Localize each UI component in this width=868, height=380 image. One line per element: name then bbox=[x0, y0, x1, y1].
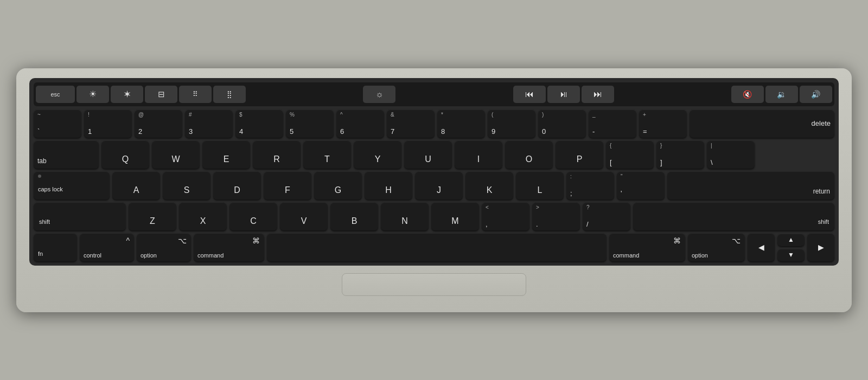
key-j[interactable]: J bbox=[415, 171, 463, 199]
key-period[interactable]: > . bbox=[532, 202, 580, 230]
key-semicolon-top: : bbox=[570, 174, 572, 179]
tb-fast-forward-icon[interactable]: ⏭ bbox=[582, 86, 614, 103]
key-option-right[interactable]: ⌥ option bbox=[688, 233, 745, 261]
key-fn[interactable]: fn bbox=[34, 233, 77, 261]
tb-play-pause-icon[interactable]: ⏯ bbox=[547, 86, 580, 103]
key-g[interactable]: G bbox=[314, 171, 362, 199]
key-control-label: control bbox=[84, 253, 101, 259]
key-minus-top: _ bbox=[592, 112, 596, 118]
key-equals-top: + bbox=[643, 112, 646, 118]
key-arrow-right[interactable]: ▶ bbox=[807, 233, 834, 261]
key-2-main: 2 bbox=[138, 128, 142, 135]
key-2[interactable]: @ 2 bbox=[135, 110, 182, 138]
key-y-label: Y bbox=[358, 155, 398, 164]
tb-keyboard-brightness-icon[interactable]: ⣿ bbox=[213, 86, 246, 103]
key-u[interactable]: U bbox=[404, 140, 452, 169]
key-t[interactable]: T bbox=[303, 140, 351, 169]
key-tab[interactable]: tab bbox=[34, 140, 99, 169]
key-0[interactable]: ) 0 bbox=[538, 110, 586, 138]
key-control[interactable]: ^ control bbox=[80, 233, 134, 261]
key-open-bracket-main: [ bbox=[610, 159, 612, 166]
tb-launchpad-icon[interactable]: ⠿ bbox=[179, 86, 212, 103]
key-slash[interactable]: ? / bbox=[583, 202, 630, 230]
key-g-label: G bbox=[318, 186, 358, 195]
key-6[interactable]: ^ 6 bbox=[336, 110, 384, 138]
key-comma[interactable]: < , bbox=[482, 202, 529, 230]
key-f[interactable]: F bbox=[264, 171, 311, 199]
tb-brightness-up-icon[interactable]: ✶ bbox=[111, 86, 143, 103]
key-i[interactable]: I bbox=[455, 140, 502, 169]
key-a-label: A bbox=[116, 186, 156, 195]
key-command-left-label: command bbox=[197, 253, 224, 259]
key-backslash[interactable]: | \ bbox=[707, 140, 755, 169]
key-x[interactable]: X bbox=[179, 202, 227, 230]
key-command-left[interactable]: ⌘ command bbox=[194, 233, 264, 261]
key-9[interactable]: ( 9 bbox=[488, 110, 535, 138]
tb-mission-control-icon[interactable]: ⊟ bbox=[145, 86, 177, 103]
tb-display-brightness-icon[interactable]: ☼ bbox=[363, 86, 395, 103]
trackpad[interactable] bbox=[342, 273, 526, 296]
key-minus-main: - bbox=[592, 128, 595, 135]
key-caps-lock[interactable]: caps lock bbox=[34, 171, 110, 199]
key-5-main: 5 bbox=[290, 128, 293, 135]
key-quote[interactable]: " ' bbox=[617, 171, 665, 199]
key-m[interactable]: M bbox=[431, 202, 479, 230]
key-e[interactable]: E bbox=[202, 140, 250, 169]
key-6-main: 6 bbox=[340, 128, 344, 135]
key-s[interactable]: S bbox=[163, 171, 210, 199]
key-option-right-label: option bbox=[692, 253, 708, 259]
key-h[interactable]: H bbox=[365, 171, 412, 199]
key-arrow-left[interactable]: ◀ bbox=[748, 233, 775, 261]
key-v[interactable]: V bbox=[280, 202, 328, 230]
key-equals[interactable]: + = bbox=[639, 110, 687, 138]
key-arrow-up[interactable]: ▲ bbox=[777, 234, 805, 246]
key-b[interactable]: B bbox=[330, 202, 378, 230]
arrow-left-icon: ◀ bbox=[758, 243, 764, 252]
key-q[interactable]: Q bbox=[101, 140, 149, 169]
tb-brightness-down-icon[interactable]: ☀ bbox=[76, 86, 109, 103]
key-5[interactable]: % 5 bbox=[286, 110, 334, 138]
key-c[interactable]: C bbox=[229, 202, 277, 230]
key-y[interactable]: Y bbox=[354, 140, 401, 169]
key-w[interactable]: W bbox=[152, 140, 200, 169]
key-r[interactable]: R bbox=[253, 140, 301, 169]
key-l[interactable]: L bbox=[516, 171, 564, 199]
key-minus[interactable]: _ - bbox=[589, 110, 636, 138]
tb-volume-up-icon[interactable]: 🔊 bbox=[800, 86, 832, 103]
key-7[interactable]: & 7 bbox=[387, 110, 435, 138]
tb-esc-key[interactable]: esc bbox=[36, 86, 75, 103]
key-return[interactable]: return bbox=[667, 171, 834, 199]
key-n-label: N bbox=[385, 217, 425, 226]
key-a[interactable]: A bbox=[112, 171, 160, 199]
tb-volume-down-icon[interactable]: 🔉 bbox=[765, 86, 798, 103]
key-open-bracket[interactable]: { [ bbox=[606, 140, 654, 169]
touch-bar: esc ☀ ✶ ⊟ ⠿ ⣿ ☼ ⏮ ⏯ ⏭ 🔇 🔉 🔊 bbox=[34, 82, 834, 106]
key-3-main: 3 bbox=[189, 128, 193, 135]
tb-rewind-icon[interactable]: ⏮ bbox=[513, 86, 546, 103]
key-o[interactable]: O bbox=[505, 140, 553, 169]
key-command-right[interactable]: ⌘ command bbox=[609, 233, 685, 261]
key-n[interactable]: N bbox=[381, 202, 429, 230]
key-z[interactable]: Z bbox=[129, 202, 176, 230]
key-k[interactable]: K bbox=[465, 171, 513, 199]
key-option-left[interactable]: ⌥ option bbox=[137, 233, 191, 261]
key-delete[interactable]: delete bbox=[690, 110, 834, 138]
key-4[interactable]: $ 4 bbox=[235, 110, 283, 138]
key-shift-right[interactable]: shift bbox=[633, 202, 834, 230]
key-close-bracket[interactable]: } ] bbox=[656, 140, 704, 169]
tb-mute-icon[interactable]: 🔇 bbox=[731, 86, 764, 103]
key-1[interactable]: ! 1 bbox=[84, 110, 132, 138]
key-spacebar[interactable] bbox=[267, 233, 607, 261]
key-arrow-down[interactable]: ▼ bbox=[777, 249, 805, 261]
key-p[interactable]: P bbox=[556, 140, 603, 169]
key-8[interactable]: * 8 bbox=[437, 110, 485, 138]
key-3[interactable]: # 3 bbox=[185, 110, 233, 138]
key-d[interactable]: D bbox=[213, 171, 261, 199]
key-backtick-top: ~ bbox=[37, 112, 41, 118]
key-shift-left[interactable]: shift bbox=[34, 202, 126, 230]
key-backtick-main: ` bbox=[37, 128, 40, 135]
key-quote-top: " bbox=[621, 174, 623, 179]
key-slash-main: / bbox=[586, 221, 589, 228]
key-semicolon[interactable]: : ; bbox=[566, 171, 614, 199]
key-backtick[interactable]: ~ ` bbox=[34, 110, 81, 138]
